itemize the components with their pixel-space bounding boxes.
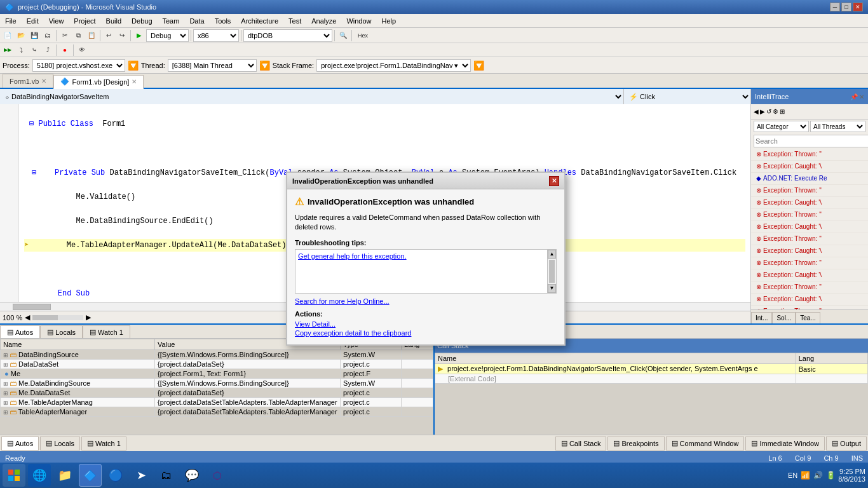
battery-icon[interactable]: 🔋	[825, 470, 836, 480]
taskbar-app5[interactable]: ➤	[130, 464, 153, 487]
status-tab-commandwindow[interactable]: ▤ Command Window	[666, 437, 745, 451]
cell-value[interactable]: {project.dataDataSet}	[155, 360, 341, 369]
table-row[interactable]: ▶ project.exe!project.Form1.DataBindingN…	[435, 364, 868, 374]
menu-help[interactable]: Help	[377, 15, 402, 27]
list-item[interactable]: ⊗Exception: Thrown: "	[751, 257, 868, 269]
menu-analyze[interactable]: Analyze	[306, 15, 341, 27]
status-tab-immediatewindow[interactable]: ▤ Immediate Window	[745, 437, 825, 451]
filter-icon[interactable]: 🔽	[128, 60, 139, 71]
it-refresh-btn[interactable]: ↺	[766, 108, 771, 115]
cell-value[interactable]: {[System.Windows.Forms.BindingSource]}	[155, 350, 341, 360]
platform-dropdown[interactable]: x86 Any CPU	[193, 29, 239, 42]
list-item[interactable]: ⊗Exception: Caught: '\	[751, 197, 868, 209]
redo-btn[interactable]: ↪	[116, 29, 128, 42]
cell-value[interactable]: {project.dataDataSet}	[155, 388, 341, 398]
process-dropdown[interactable]: 5180] project.vshost.exe	[32, 59, 125, 72]
open-btn[interactable]: 📂	[15, 29, 27, 42]
list-item[interactable]: ⊗Exception: Caught: '\	[751, 245, 868, 257]
list-item[interactable]: ⊗Exception: Thrown: "	[751, 149, 868, 161]
thread-dropdown[interactable]: [6388] Main Thread	[168, 59, 257, 72]
tab-watch1[interactable]: ▤ Watch 1	[83, 325, 130, 338]
watch-btn[interactable]: 👁	[76, 44, 88, 57]
step-out-btn[interactable]: ⤴	[41, 44, 54, 57]
list-item[interactable]: ⊗Exception: Caught: '\	[751, 161, 868, 173]
status-tab-callstack[interactable]: ▤ Call Stack	[555, 437, 607, 451]
list-item[interactable]: ◆ADO.NET: Execute Re	[751, 173, 868, 185]
table-row[interactable]: ⊞🗃 Me.DataBindingSource {[System.Windows…	[1, 379, 433, 388]
menu-debug[interactable]: Debug	[126, 15, 157, 27]
minimize-button[interactable]: ─	[830, 3, 840, 11]
menu-view[interactable]: View	[44, 15, 69, 27]
menu-file[interactable]: File	[0, 15, 22, 27]
taskbar-chrome[interactable]: 🔵	[104, 464, 127, 487]
table-row[interactable]: ⊞🗃 DataBindingSource {[System.Windows.Fo…	[1, 350, 433, 360]
taskbar-explorer[interactable]: 📁	[53, 464, 76, 487]
tab-tea[interactable]: Tea...	[796, 312, 820, 323]
scroll-down-btn[interactable]: ▼	[548, 284, 556, 293]
find-btn[interactable]: 🔍	[337, 29, 349, 42]
threads-dropdown[interactable]: All Threads	[810, 121, 865, 132]
cell-value[interactable]: {[System.Windows.Forms.BindingSource]}	[155, 379, 341, 388]
list-item[interactable]: ⊗Exception: Caught: '\	[751, 269, 868, 281]
get-help-link[interactable]: Get general help for this exception.	[298, 252, 407, 260]
tab-form1-vb-close[interactable]: ✕	[41, 78, 46, 85]
it-settings-btn[interactable]: ⚙	[773, 108, 778, 115]
status-tab-watch1[interactable]: ▤ Watch 1	[81, 437, 126, 451]
menu-test[interactable]: Test	[283, 15, 306, 27]
status-tab-locals[interactable]: ▤ Locals	[40, 437, 80, 451]
status-tab-breakpoints[interactable]: ▤ Breakpoints	[607, 437, 664, 451]
scroll-up-btn[interactable]: ▲	[548, 250, 556, 259]
tab-form1-design[interactable]: 🔷 Form1.vb [Design] ✕	[53, 75, 144, 89]
status-tab-output[interactable]: ▤ Output	[826, 437, 867, 451]
it-expand-btn[interactable]: ⊞	[780, 108, 785, 115]
scroll-thumb[interactable]	[549, 260, 555, 283]
search-online-link[interactable]: Search for more Help Online...	[295, 297, 390, 305]
table-row[interactable]: [External Code]	[435, 374, 868, 384]
config-dropdown[interactable]: dtpDOB	[243, 29, 332, 42]
it-back-btn[interactable]: ◀	[754, 108, 759, 115]
debug-mode-dropdown[interactable]: Debug Release	[146, 29, 189, 42]
undo-btn[interactable]: ↩	[102, 29, 115, 42]
copy-exception-link[interactable]: Copy exception detail to the clipboard	[295, 329, 557, 337]
step-into-btn[interactable]: ⤷	[28, 44, 41, 57]
save-btn[interactable]: 💾	[28, 29, 41, 42]
view-detail-link[interactable]: View Detail...	[295, 320, 557, 328]
save-all-btn[interactable]: 🗂	[41, 29, 54, 42]
tab-sol[interactable]: Sol...	[772, 312, 796, 323]
start-button[interactable]	[3, 464, 25, 487]
tab-int[interactable]: Int...	[751, 312, 772, 323]
list-item[interactable]: ⊗Exception: Thrown: "	[751, 281, 868, 294]
list-item[interactable]: ⊗Exception: Thrown: "	[751, 233, 868, 245]
continue-btn[interactable]: ▶▶	[1, 44, 14, 57]
paste-btn[interactable]: 📋	[85, 29, 98, 42]
menu-window[interactable]: Window	[341, 15, 376, 27]
status-tab-autos[interactable]: ▤ Autos	[1, 437, 39, 451]
method-dropdown[interactable]: ⬦ DataBindingNavigatorSaveItem	[0, 89, 623, 104]
step-over-btn[interactable]: ⤵	[15, 44, 27, 57]
cut-btn[interactable]: ✂	[58, 29, 71, 42]
table-row[interactable]: ⊞🗃 DataDataSet {project.dataDataSet} pro…	[1, 360, 433, 369]
menu-architecture[interactable]: Architecture	[236, 15, 283, 27]
tab-form1-design-close[interactable]: ✕	[132, 78, 137, 85]
close-button[interactable]: ✕	[853, 3, 863, 11]
category-dropdown[interactable]: All Categor	[754, 121, 809, 132]
menu-tools[interactable]: Tools	[210, 15, 236, 27]
tab-locals[interactable]: ▤ Locals	[40, 325, 83, 338]
thread-filter-icon[interactable]: 🔽	[259, 60, 270, 71]
list-item[interactable]: ⊗Exception: Thrown: "	[751, 209, 868, 221]
stack-dropdown[interactable]: project.exe!project.Form1.DataBindingNav…	[316, 59, 471, 72]
maximize-button[interactable]: □	[841, 3, 851, 11]
list-item[interactable]: ⊗Exception: Thrown: "	[751, 185, 868, 197]
new-project-btn[interactable]: 📄	[1, 29, 14, 42]
zoom-plus[interactable]: ▶	[86, 313, 91, 322]
table-row[interactable]: ⊞🗃 TableAdapterManager {project.dataData…	[1, 407, 433, 417]
clock[interactable]: 9:25 PM 8/8/2013	[838, 468, 865, 483]
cell-value[interactable]: {project.dataDataSetTableAdapters.TableA…	[155, 407, 341, 417]
stack-filter-icon[interactable]: 🔽	[473, 60, 484, 71]
list-item[interactable]: ⊗Exception: Caught: '\	[751, 294, 868, 306]
breakpoint-btn[interactable]: ●	[58, 44, 71, 57]
taskbar-folder[interactable]: 🗂	[155, 464, 178, 487]
event-dropdown[interactable]: ⚡ Click	[623, 89, 750, 104]
table-row[interactable]: ⊞🗃 Me.DataDataSet {project.dataDataSet} …	[1, 388, 433, 398]
taskbar-skype[interactable]: 💬	[180, 464, 203, 487]
